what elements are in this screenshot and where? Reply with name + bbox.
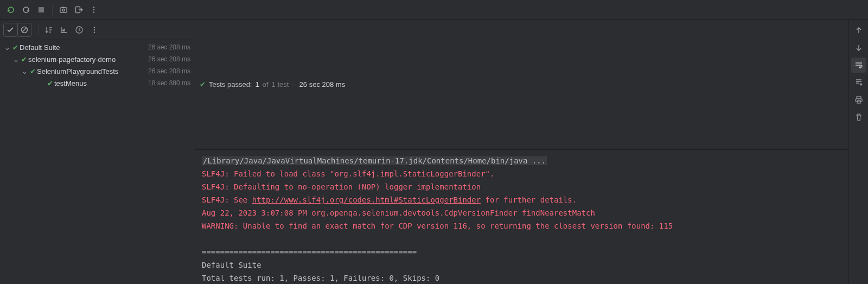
summary-dash: – <box>292 80 296 89</box>
rerun-button[interactable] <box>4 3 17 16</box>
summary-of-label: of <box>263 80 269 89</box>
console-warn-line: SLF4J: Defaulting to no-operation (NOP) … <box>202 182 481 191</box>
expand-all-button[interactable] <box>57 23 71 37</box>
console-cmd-line: /Library/Java/JavaVirtualMachines/temuri… <box>202 156 547 165</box>
test-toolbar <box>0 20 195 40</box>
console-suite-name: Default Suite <box>202 261 261 269</box>
test-tree-panel: ⌄ ✔ Default Suite 26 sec 208 ms ⌄ ✔ sele… <box>0 20 195 284</box>
svg-point-13 <box>94 31 95 33</box>
svg-rect-0 <box>39 7 44 12</box>
console-warn-line: Aug 22, 2023 3:07:08 PM org.openqa.selen… <box>202 209 595 217</box>
sort-button[interactable] <box>42 23 56 37</box>
svg-point-12 <box>94 29 95 30</box>
console-warn-line: for further details. <box>481 195 577 204</box>
pass-icon: ✔ <box>11 43 20 52</box>
test-summary-bar: ✔ Tests passed: 1 of 1 test – 26 sec 208… <box>195 20 848 150</box>
console-area: ✔ Tests passed: 1 of 1 test – 26 sec 208… <box>195 20 868 284</box>
summary-duration: 26 sec 208 ms <box>299 80 346 89</box>
separator-icon <box>52 4 53 15</box>
tree-node-time: 26 sec 208 ms <box>148 67 190 75</box>
tree-node-time: 26 sec 208 ms <box>148 43 190 51</box>
chevron-down-icon: ⌄ <box>21 67 28 75</box>
pass-icon: ✔ <box>200 80 206 89</box>
screenshot-button[interactable] <box>57 3 70 16</box>
console-warn-line: WARNING: Unable to find an exact match f… <box>202 222 673 230</box>
console-output[interactable]: /Library/Java/JavaVirtualMachines/temuri… <box>195 150 848 284</box>
test-more-button[interactable] <box>87 23 101 37</box>
summary-passed-label: Tests passed: <box>209 80 252 89</box>
console-link[interactable]: http://www.slf4j.org/codes.html#StaticLo… <box>252 195 481 204</box>
console-side-gutter <box>848 20 868 284</box>
svg-line-9 <box>22 28 27 32</box>
history-button[interactable] <box>72 23 86 37</box>
rerun-failed-button[interactable] <box>20 3 33 16</box>
show-passed-toggle[interactable] <box>3 23 17 37</box>
pass-icon: ✔ <box>20 55 28 64</box>
pass-icon: ✔ <box>28 67 37 75</box>
tree-node-module[interactable]: ⌄ ✔ selenium-pagefactory-demo 26 sec 208… <box>0 53 195 65</box>
run-toolbar <box>0 0 868 20</box>
tree-node-label: selenium-pagefactory-demo <box>28 55 148 64</box>
svg-point-6 <box>93 9 94 10</box>
show-ignored-toggle[interactable] <box>17 23 31 37</box>
console-warn-line: SLF4J: See <box>202 195 252 204</box>
summary-total: 1 test <box>272 80 289 89</box>
test-tree: ⌄ ✔ Default Suite 26 sec 208 ms ⌄ ✔ sele… <box>0 40 195 284</box>
tree-node-test[interactable]: ✔ testMenus 18 sec 880 ms <box>0 77 195 89</box>
clear-button[interactable] <box>851 110 866 125</box>
tree-node-time: 26 sec 208 ms <box>148 55 190 63</box>
tree-node-class[interactable]: ⌄ ✔ SeleniumPlaygroundTests 26 sec 208 m… <box>0 65 195 77</box>
stop-button[interactable] <box>35 3 48 16</box>
tree-node-suite[interactable]: ⌄ ✔ Default Suite 26 sec 208 ms <box>0 41 195 53</box>
svg-point-2 <box>62 9 65 11</box>
separator-icon <box>38 24 39 35</box>
svg-rect-14 <box>857 97 861 99</box>
svg-point-11 <box>94 27 95 28</box>
tree-node-label: testMenus <box>54 79 148 87</box>
soft-wrap-button[interactable] <box>851 58 866 73</box>
console-totals: Total tests run: 1, Passes: 1, Failures:… <box>202 274 439 282</box>
pass-icon: ✔ <box>46 79 54 87</box>
summary-passed-count: 1 <box>256 80 259 89</box>
svg-rect-3 <box>62 7 65 8</box>
scroll-to-end-button[interactable] <box>851 75 866 90</box>
scroll-up-button[interactable] <box>851 23 866 38</box>
print-button[interactable] <box>851 92 866 108</box>
console-warn-line: SLF4J: Failed to load class "org.slf4j.i… <box>202 169 494 178</box>
chevron-down-icon: ⌄ <box>12 55 20 64</box>
svg-point-7 <box>93 11 94 12</box>
scroll-down-button[interactable] <box>851 40 866 55</box>
more-options-button[interactable] <box>87 3 100 16</box>
chevron-down-icon: ⌄ <box>3 43 11 52</box>
console-separator: ========================================… <box>202 248 417 256</box>
svg-rect-1 <box>60 8 67 12</box>
tree-node-label: Default Suite <box>20 43 148 52</box>
tree-node-time: 18 sec 880 ms <box>148 79 190 87</box>
tree-node-label: SeleniumPlaygroundTests <box>37 67 148 75</box>
exit-button[interactable] <box>72 3 85 16</box>
svg-point-5 <box>93 7 94 8</box>
